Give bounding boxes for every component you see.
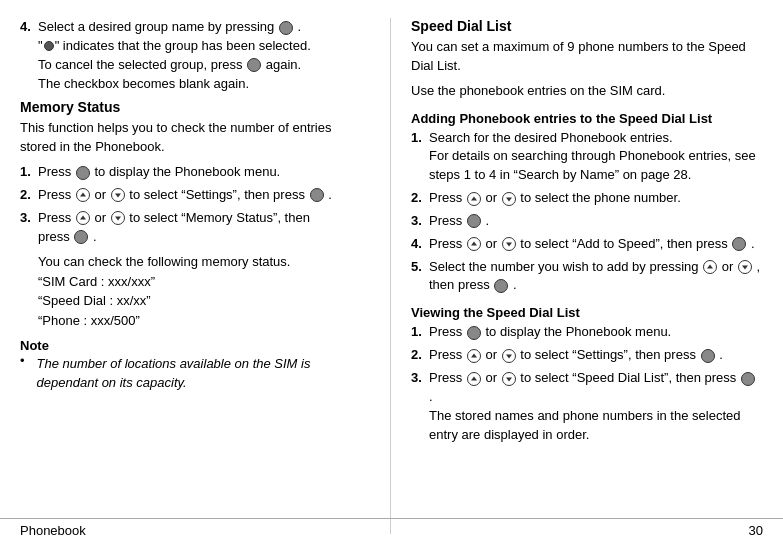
step2-num: 2.: [20, 186, 38, 205]
add-step-4: 4. Press or to select “Add to Speed”, th…: [411, 235, 763, 254]
item4-quote: ": [38, 38, 43, 53]
item4-text: Select a desired group name by pressing: [38, 19, 274, 34]
footer: Phonebook 30: [0, 518, 783, 538]
add-step5-up-icon: [703, 260, 717, 274]
memory-row-2: “Phone : xxx/500”: [38, 311, 370, 331]
add-step5-ok-icon: [494, 279, 508, 293]
item4: 4. Select a desired group name by pressi…: [20, 18, 370, 93]
view-step2-num: 2.: [411, 346, 429, 365]
add-steps-list: 1. Search for the desired Phonebook entr…: [411, 129, 763, 296]
view-step3-sub: The stored names and phone numbers in th…: [429, 408, 740, 442]
view-step3-num: 3.: [411, 369, 429, 388]
add-step-1: 1. Search for the desired Phonebook entr…: [411, 129, 763, 186]
memory-step-1: 1. Press to display the Phonebook menu.: [20, 163, 370, 182]
view-step2-press: Press: [429, 347, 462, 362]
checkbox-icon: [44, 41, 54, 51]
view-step3-press: Press: [429, 370, 462, 385]
add-step2-press: Press: [429, 190, 462, 205]
step2-after: .: [328, 187, 332, 202]
view-step2-or: or: [485, 347, 497, 362]
item4-content: Select a desired group name by pressing …: [38, 18, 311, 93]
add-step4-or: or: [485, 236, 497, 251]
view-subtitle: Viewing the Speed Dial List: [411, 305, 763, 320]
memory-step-3: 3. Press or to select “Memory Status”, t…: [20, 209, 370, 247]
view-step-1: 1. Press to display the Phonebook menu.: [411, 323, 763, 342]
item4-checkbox-text: The checkbox becomes blank again.: [38, 76, 249, 91]
add-step1-content: Search for the desired Phonebook entries…: [429, 129, 763, 186]
footer-page-number: 30: [749, 523, 763, 538]
step2-middle2: to select “Settings”, then press: [129, 187, 305, 202]
add-step5-text: Select the number you wish to add by pre…: [429, 259, 699, 274]
step3-num: 3.: [20, 209, 38, 228]
item4-cancel-text2: again.: [266, 57, 301, 72]
step2-or: or: [94, 187, 106, 202]
memory-steps-list: 1. Press to display the Phonebook menu. …: [20, 163, 370, 246]
step3-down-icon: [111, 211, 125, 225]
footer-section-label: Phonebook: [20, 523, 86, 538]
view-step2-middle2: to select “Settings”, then press: [520, 347, 696, 362]
view-step2-up-icon: [467, 349, 481, 363]
view-step-3: 3. Press or to select “Speed Dial List”,…: [411, 369, 763, 444]
view-step3-ok-icon: [741, 372, 755, 386]
add-step4-press: Press: [429, 236, 462, 251]
note-bullet-symbol: •: [20, 353, 25, 368]
add-step5-down-icon: [738, 260, 752, 274]
view-step3-or: or: [485, 370, 497, 385]
add-step1-text: Search for the desired Phonebook entries…: [429, 130, 673, 145]
add-step2-down-icon: [502, 192, 516, 206]
item4-num: 4.: [20, 18, 38, 37]
step3-middle2: to select “Memory Status”, then: [129, 210, 310, 225]
speed-dial-intro1: You can set a maximum of 9 phone numbers…: [411, 38, 763, 76]
step2-content: Press or to select “Settings”, then pres…: [38, 186, 370, 205]
add-step-2: 2. Press or to select the phone number.: [411, 189, 763, 208]
view-step3-after: .: [429, 389, 433, 404]
view-step3-middle2: to select “Speed Dial List”, then press: [520, 370, 736, 385]
note-body-text: The number of locations available on the…: [29, 355, 370, 393]
memory-status-intro: This function helps you to check the num…: [20, 119, 370, 157]
add-step4-ok-icon: [732, 237, 746, 251]
add-step3-ok-icon: [467, 214, 481, 228]
speed-dial-intro2: Use the phonebook entries on the SIM car…: [411, 82, 763, 101]
view-step2-content: Press or to select “Settings”, then pres…: [429, 346, 763, 365]
step3-after2: .: [93, 229, 97, 244]
step1-press: Press: [38, 164, 71, 179]
step2-up-icon: [76, 188, 90, 202]
memory-status-block: You can check the following memory statu…: [20, 252, 370, 330]
add-step5-after: .: [513, 277, 517, 292]
note-section: Note • The number of locations available…: [20, 338, 370, 393]
add-step5-num: 5.: [411, 258, 429, 277]
add-step-3: 3. Press .: [411, 212, 763, 231]
add-step3-after: .: [485, 213, 489, 228]
step2-press: Press: [38, 187, 71, 202]
view-step1-after: to display the Phonebook menu.: [485, 324, 671, 339]
item4-quote-text: indicates that the group has been select…: [59, 38, 311, 53]
add-step5-or: or: [722, 259, 734, 274]
step2-down-icon: [111, 188, 125, 202]
add-step3-press: Press: [429, 213, 462, 228]
step1-after: to display the Phonebook menu.: [94, 164, 280, 179]
add-step2-or: or: [485, 190, 497, 205]
add-step-5: 5. Select the number you wish to add by …: [411, 258, 763, 296]
view-step2-after: .: [719, 347, 723, 362]
step3-press2: press: [38, 229, 70, 244]
step1-content: Press to display the Phonebook menu.: [38, 163, 370, 182]
page-content: 4. Select a desired group name by pressi…: [0, 0, 783, 552]
step3-content: Press or to select “Memory Status”, then…: [38, 209, 370, 247]
add-phonebook-subtitle: Adding Phonebook entries to the Speed Di…: [411, 111, 763, 126]
note-title: Note: [20, 338, 370, 353]
add-step4-middle2: to select “Add to Speed”, then press: [520, 236, 727, 251]
view-step-2: 2. Press or to select “Settings”, then p…: [411, 346, 763, 365]
add-step4-num: 4.: [411, 235, 429, 254]
add-step5-content: Select the number you wish to add by pre…: [429, 258, 763, 296]
memory-status-label: You can check the following memory statu…: [38, 252, 370, 272]
view-step3-content: Press or to select “Speed Dial List”, th…: [429, 369, 763, 444]
add-step2-after: to select the phone number.: [520, 190, 680, 205]
add-step1-sub: For details on searching through Phonebo…: [429, 148, 756, 182]
add-step2-content: Press or to select the phone number.: [429, 189, 763, 208]
view-step3-down-icon: [502, 372, 516, 386]
step3-ok-icon: [74, 230, 88, 244]
item4-text2: .: [298, 19, 302, 34]
memory-row-1: “Speed Dial : xx/xx”: [38, 291, 370, 311]
page-wrapper: 4. Select a desired group name by pressi…: [0, 0, 783, 552]
add-step3-num: 3.: [411, 212, 429, 231]
